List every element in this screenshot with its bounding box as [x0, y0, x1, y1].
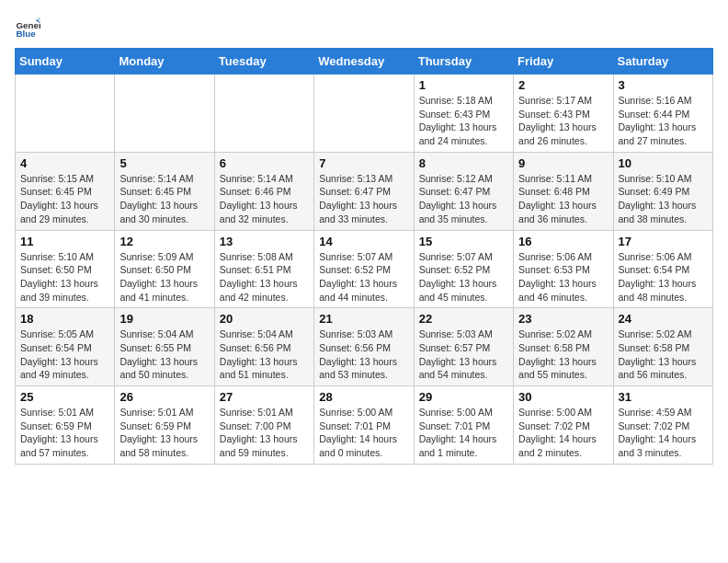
calendar-cell: 5Sunrise: 5:14 AM Sunset: 6:45 PM Daylig…: [115, 152, 214, 230]
day-number: 26: [119, 390, 209, 404]
svg-text:Blue: Blue: [16, 29, 36, 39]
calendar-cell: [16, 75, 115, 153]
day-number: 21: [319, 312, 408, 326]
calendar-cell: [214, 75, 313, 153]
day-info: Sunrise: 5:03 AM Sunset: 6:56 PM Dayligh…: [319, 327, 408, 382]
header-cell-saturday: Saturday: [613, 49, 712, 75]
calendar-cell: 21Sunrise: 5:03 AM Sunset: 6:56 PM Dayli…: [314, 308, 414, 386]
day-number: 19: [119, 312, 209, 326]
day-number: 6: [220, 156, 309, 170]
day-info: Sunrise: 5:06 AM Sunset: 6:54 PM Dayligh…: [619, 250, 708, 304]
day-number: 20: [220, 312, 309, 326]
day-info: Sunrise: 5:18 AM Sunset: 6:43 PM Dayligh…: [419, 94, 508, 148]
header-cell-sunday: Sunday: [16, 49, 115, 75]
header-cell-tuesday: Tuesday: [214, 49, 313, 75]
day-number: 30: [518, 390, 608, 404]
logo: General Blue: [15, 15, 44, 40]
day-number: 15: [419, 235, 508, 248]
day-info: Sunrise: 5:16 AM Sunset: 6:44 PM Dayligh…: [619, 94, 708, 148]
calendar-week-row: 25Sunrise: 5:01 AM Sunset: 6:59 PM Dayli…: [16, 386, 713, 465]
calendar-header-row: SundayMondayTuesdayWednesdayThursdayFrid…: [16, 49, 713, 75]
day-info: Sunrise: 5:15 AM Sunset: 6:45 PM Dayligh…: [20, 172, 109, 226]
day-number: 9: [518, 156, 608, 170]
day-info: Sunrise: 5:14 AM Sunset: 6:45 PM Dayligh…: [119, 172, 209, 226]
day-number: 18: [20, 312, 109, 326]
day-info: Sunrise: 5:00 AM Sunset: 7:02 PM Dayligh…: [518, 406, 608, 460]
calendar-cell: 12Sunrise: 5:09 AM Sunset: 6:50 PM Dayli…: [115, 230, 214, 308]
day-number: 3: [619, 78, 708, 92]
header-cell-monday: Monday: [115, 49, 214, 75]
day-number: 17: [619, 235, 708, 248]
calendar-cell: 16Sunrise: 5:06 AM Sunset: 6:53 PM Dayli…: [514, 230, 613, 308]
calendar-cell: 3Sunrise: 5:16 AM Sunset: 6:44 PM Daylig…: [613, 75, 712, 153]
calendar-cell: 10Sunrise: 5:10 AM Sunset: 6:49 PM Dayli…: [613, 152, 712, 230]
calendar-cell: 18Sunrise: 5:05 AM Sunset: 6:54 PM Dayli…: [16, 308, 115, 386]
day-info: Sunrise: 5:07 AM Sunset: 6:52 PM Dayligh…: [319, 250, 408, 304]
calendar-cell: 13Sunrise: 5:08 AM Sunset: 6:51 PM Dayli…: [214, 230, 313, 308]
day-info: Sunrise: 5:11 AM Sunset: 6:48 PM Dayligh…: [518, 172, 608, 226]
day-number: 8: [419, 156, 508, 170]
calendar-week-row: 18Sunrise: 5:05 AM Sunset: 6:54 PM Dayli…: [16, 308, 713, 386]
day-info: Sunrise: 5:01 AM Sunset: 6:59 PM Dayligh…: [119, 406, 209, 460]
calendar-cell: 17Sunrise: 5:06 AM Sunset: 6:54 PM Dayli…: [613, 230, 712, 308]
day-info: Sunrise: 5:13 AM Sunset: 6:47 PM Dayligh…: [319, 172, 408, 226]
day-info: Sunrise: 5:03 AM Sunset: 6:57 PM Dayligh…: [419, 327, 508, 382]
day-number: 23: [518, 312, 608, 326]
day-number: 27: [220, 390, 309, 404]
day-info: Sunrise: 5:01 AM Sunset: 7:00 PM Dayligh…: [220, 406, 309, 460]
calendar-cell: 30Sunrise: 5:00 AM Sunset: 7:02 PM Dayli…: [514, 386, 613, 465]
calendar-cell: 2Sunrise: 5:17 AM Sunset: 6:43 PM Daylig…: [514, 75, 613, 153]
calendar-cell: 29Sunrise: 5:00 AM Sunset: 7:01 PM Dayli…: [414, 386, 513, 465]
day-info: Sunrise: 5:05 AM Sunset: 6:54 PM Dayligh…: [20, 327, 109, 382]
calendar-cell: 20Sunrise: 5:04 AM Sunset: 6:56 PM Dayli…: [214, 308, 313, 386]
day-number: 28: [319, 390, 408, 404]
day-info: Sunrise: 5:00 AM Sunset: 7:01 PM Dayligh…: [319, 406, 408, 460]
day-number: 13: [220, 235, 309, 248]
calendar-cell: 14Sunrise: 5:07 AM Sunset: 6:52 PM Dayli…: [314, 230, 414, 308]
calendar-cell: 31Sunrise: 4:59 AM Sunset: 7:02 PM Dayli…: [613, 386, 712, 465]
calendar-cell: 27Sunrise: 5:01 AM Sunset: 7:00 PM Dayli…: [214, 386, 313, 465]
header-cell-friday: Friday: [514, 49, 613, 75]
calendar-week-row: 1Sunrise: 5:18 AM Sunset: 6:43 PM Daylig…: [16, 75, 713, 153]
logo-icon: General Blue: [15, 15, 40, 40]
calendar-cell: 8Sunrise: 5:12 AM Sunset: 6:47 PM Daylig…: [414, 152, 513, 230]
header-cell-wednesday: Wednesday: [314, 49, 414, 75]
calendar-cell: [115, 75, 214, 153]
day-info: Sunrise: 5:02 AM Sunset: 6:58 PM Dayligh…: [619, 327, 708, 382]
calendar-week-row: 4Sunrise: 5:15 AM Sunset: 6:45 PM Daylig…: [16, 152, 713, 230]
calendar-cell: 11Sunrise: 5:10 AM Sunset: 6:50 PM Dayli…: [16, 230, 115, 308]
day-number: 11: [20, 235, 109, 248]
day-info: Sunrise: 5:14 AM Sunset: 6:46 PM Dayligh…: [220, 172, 309, 226]
day-info: Sunrise: 4:59 AM Sunset: 7:02 PM Dayligh…: [619, 406, 708, 460]
calendar-cell: 22Sunrise: 5:03 AM Sunset: 6:57 PM Dayli…: [414, 308, 513, 386]
day-info: Sunrise: 5:01 AM Sunset: 6:59 PM Dayligh…: [20, 406, 109, 460]
calendar-cell: 28Sunrise: 5:00 AM Sunset: 7:01 PM Dayli…: [314, 386, 414, 465]
calendar-cell: 4Sunrise: 5:15 AM Sunset: 6:45 PM Daylig…: [16, 152, 115, 230]
day-info: Sunrise: 5:10 AM Sunset: 6:49 PM Dayligh…: [619, 172, 708, 226]
day-number: 12: [119, 235, 209, 248]
day-info: Sunrise: 5:09 AM Sunset: 6:50 PM Dayligh…: [119, 250, 209, 304]
day-number: 29: [419, 390, 508, 404]
calendar-cell: 7Sunrise: 5:13 AM Sunset: 6:47 PM Daylig…: [314, 152, 414, 230]
day-number: 7: [319, 156, 408, 170]
day-number: 10: [619, 156, 708, 170]
day-info: Sunrise: 5:04 AM Sunset: 6:56 PM Dayligh…: [220, 327, 309, 382]
calendar-cell: [314, 75, 414, 153]
calendar-cell: 6Sunrise: 5:14 AM Sunset: 6:46 PM Daylig…: [214, 152, 313, 230]
calendar-cell: 1Sunrise: 5:18 AM Sunset: 6:43 PM Daylig…: [414, 75, 513, 153]
header-cell-thursday: Thursday: [414, 49, 513, 75]
calendar-cell: 23Sunrise: 5:02 AM Sunset: 6:58 PM Dayli…: [514, 308, 613, 386]
day-number: 1: [419, 78, 508, 92]
day-info: Sunrise: 5:00 AM Sunset: 7:01 PM Dayligh…: [419, 406, 508, 460]
calendar-table: SundayMondayTuesdayWednesdayThursdayFrid…: [15, 48, 713, 465]
day-number: 31: [619, 390, 708, 404]
header: General Blue: [15, 15, 713, 40]
day-info: Sunrise: 5:17 AM Sunset: 6:43 PM Dayligh…: [518, 94, 608, 148]
day-info: Sunrise: 5:08 AM Sunset: 6:51 PM Dayligh…: [220, 250, 309, 304]
calendar-cell: 15Sunrise: 5:07 AM Sunset: 6:52 PM Dayli…: [414, 230, 513, 308]
day-info: Sunrise: 5:02 AM Sunset: 6:58 PM Dayligh…: [518, 327, 608, 382]
day-number: 5: [119, 156, 209, 170]
day-number: 14: [319, 235, 408, 248]
day-number: 24: [619, 312, 708, 326]
day-number: 4: [20, 156, 109, 170]
